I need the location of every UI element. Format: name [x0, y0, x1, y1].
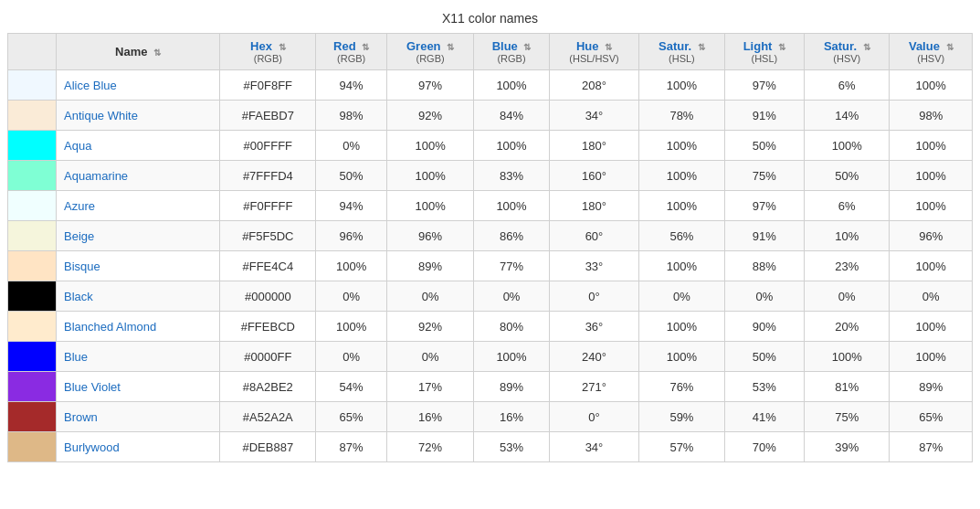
green-cell: 96% [386, 221, 473, 251]
hue-header[interactable]: Hue ⇅ (HSL/HSV) [549, 34, 638, 70]
color-name-cell[interactable]: Azure [57, 191, 220, 221]
blue-cell: 80% [474, 312, 549, 342]
value-header[interactable]: Value ⇅ (HSV) [890, 34, 973, 70]
red-sort-icon: ⇅ [362, 42, 369, 52]
hue-sort-icon: ⇅ [605, 42, 612, 52]
hex-header[interactable]: Hex ⇅ (RGB) [220, 34, 316, 70]
light-cell: 91% [724, 101, 804, 131]
blue-cell: 100% [474, 191, 549, 221]
value-cell: 100% [890, 191, 973, 221]
light-cell: 50% [724, 131, 804, 161]
table-row: Aqua#00FFFF0%100%100%180°100%50%100%100% [8, 131, 973, 161]
color-name-cell[interactable]: Blanched Almond [57, 312, 220, 342]
color-name-cell[interactable]: Beige [57, 221, 220, 251]
color-name-cell[interactable]: Aqua [57, 131, 220, 161]
color-swatch-cell [8, 251, 57, 281]
hue-cell: 0° [549, 281, 638, 312]
light-cell: 53% [724, 372, 804, 402]
red-cell: 54% [316, 372, 386, 402]
satur-hsv-header[interactable]: Satur. ⇅ (HSV) [805, 34, 890, 70]
color-swatch-cell [8, 101, 57, 131]
hue-cell: 180° [549, 191, 638, 221]
color-name-cell[interactable]: Bisque [57, 251, 220, 281]
blue-header[interactable]: Blue ⇅ (RGB) [474, 34, 549, 70]
color-name-cell[interactable]: Alice Blue [57, 70, 220, 101]
red-cell: 50% [316, 161, 386, 191]
light-cell: 70% [724, 432, 804, 462]
table-row: Bisque#FFE4C4100%89%77%33°100%88%23%100% [8, 251, 973, 281]
color-name-cell[interactable]: Blue Violet [57, 372, 220, 402]
light-cell: 97% [724, 70, 804, 101]
hex-cell: #0000FF [220, 342, 316, 372]
table-wrapper: Name ⇅ Hex ⇅ (RGB) Red ⇅ (RGB) Green ⇅ (… [0, 33, 980, 470]
satur_hsv-cell: 0% [805, 281, 890, 312]
light-cell: 91% [724, 221, 804, 251]
color-name-cell[interactable]: Burlywood [57, 432, 220, 462]
color-name-cell[interactable]: Aquamarine [57, 161, 220, 191]
blue-cell: 100% [474, 70, 549, 101]
red-cell: 0% [316, 281, 386, 312]
value-cell: 100% [890, 131, 973, 161]
red-header[interactable]: Red ⇅ (RGB) [316, 34, 386, 70]
satur_hsv-cell: 39% [805, 432, 890, 462]
value-cell: 65% [890, 402, 973, 432]
satur_hsl-cell: 100% [639, 342, 724, 372]
value-sort-icon: ⇅ [946, 42, 954, 52]
hex-sort-icon: ⇅ [279, 42, 286, 52]
satur_hsv-cell: 20% [805, 312, 890, 342]
satur_hsv-cell: 6% [805, 70, 890, 101]
color-name-cell[interactable]: Black [57, 281, 220, 312]
light-header[interactable]: Light ⇅ (HSL) [724, 34, 804, 70]
green-cell: 92% [386, 312, 473, 342]
table-row: Blanched Almond#FFEBCD100%92%80%36°100%9… [8, 312, 973, 342]
hex-cell: #FFEBCD [220, 312, 316, 342]
hex-cell: #000000 [220, 281, 316, 312]
blue-cell: 86% [474, 221, 549, 251]
color-swatch-cell [8, 372, 57, 402]
value-cell: 98% [890, 101, 973, 131]
red-cell: 0% [316, 342, 386, 372]
hex-cell: #DEB887 [220, 432, 316, 462]
green-cell: 72% [386, 432, 473, 462]
green-cell: 0% [386, 281, 473, 312]
light-cell: 88% [724, 251, 804, 281]
color-swatch-cell [8, 312, 57, 342]
satur_hsl-cell: 100% [639, 251, 724, 281]
value-cell: 89% [890, 372, 973, 402]
hex-cell: #7FFFD4 [220, 161, 316, 191]
name-header[interactable]: Name ⇅ [57, 34, 220, 70]
color-swatch-cell [8, 221, 57, 251]
satur_hsv-cell: 6% [805, 191, 890, 221]
name-sort-icon: ⇅ [153, 48, 161, 58]
hue-cell: 33° [549, 251, 638, 281]
satur-hsl-header[interactable]: Satur. ⇅ (HSL) [639, 34, 724, 70]
color-name-cell[interactable]: Antique White [57, 101, 220, 131]
hex-cell: #8A2BE2 [220, 372, 316, 402]
color-name-cell[interactable]: Blue [57, 342, 220, 372]
hex-cell: #00FFFF [220, 131, 316, 161]
swatch-header [8, 34, 57, 70]
light-cell: 90% [724, 312, 804, 342]
hue-cell: 60° [549, 221, 638, 251]
value-cell: 100% [890, 312, 973, 342]
red-cell: 0% [316, 131, 386, 161]
green-cell: 0% [386, 342, 473, 372]
value-cell: 100% [890, 251, 973, 281]
red-cell: 94% [316, 191, 386, 221]
satur_hsl-cell: 100% [639, 70, 724, 101]
color-name-cell[interactable]: Brown [57, 402, 220, 432]
blue-cell: 100% [474, 342, 549, 372]
satur_hsl-cell: 78% [639, 101, 724, 131]
table-header-row: Name ⇅ Hex ⇅ (RGB) Red ⇅ (RGB) Green ⇅ (… [8, 34, 973, 70]
satur_hsl-cell: 56% [639, 221, 724, 251]
table-row: Brown#A52A2A65%16%16%0°59%41%75%65% [8, 402, 973, 432]
blue-cell: 53% [474, 432, 549, 462]
table-row: Alice Blue#F0F8FF94%97%100%208°100%97%6%… [8, 70, 973, 101]
hex-cell: #F0F8FF [220, 70, 316, 101]
hex-cell: #A52A2A [220, 402, 316, 432]
table-row: Blue#0000FF0%0%100%240°100%50%100%100% [8, 342, 973, 372]
table-row: Black#0000000%0%0%0°0%0%0%0% [8, 281, 973, 312]
satur_hsl-cell: 100% [639, 131, 724, 161]
green-sort-icon: ⇅ [447, 42, 454, 52]
green-header[interactable]: Green ⇅ (RGB) [386, 34, 473, 70]
